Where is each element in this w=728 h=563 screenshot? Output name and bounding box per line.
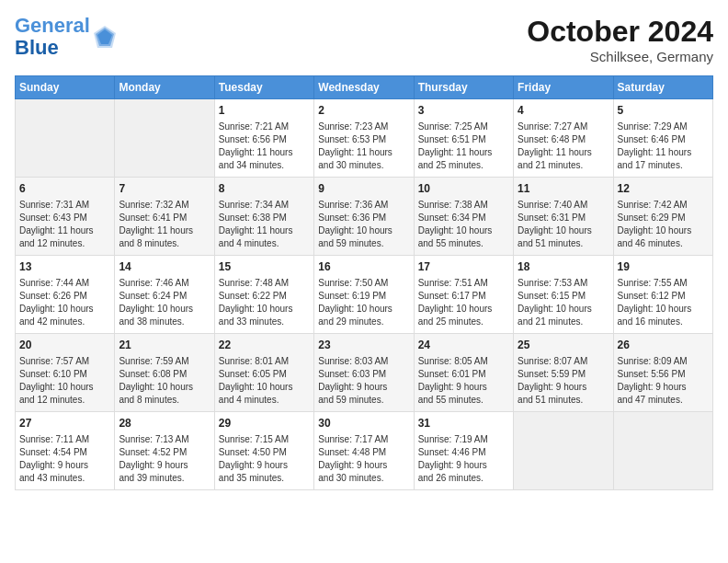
day-info: Sunrise: 8:07 AM Sunset: 5:59 PM Dayligh… — [518, 355, 609, 407]
day-info: Sunrise: 8:01 AM Sunset: 6:05 PM Dayligh… — [219, 355, 310, 407]
calendar-cell: 3Sunrise: 7:25 AM Sunset: 6:51 PM Daylig… — [414, 99, 513, 178]
weekday-header-friday: Friday — [514, 76, 613, 99]
day-info: Sunrise: 7:21 AM Sunset: 6:56 PM Dayligh… — [219, 121, 310, 172]
day-info: Sunrise: 7:15 AM Sunset: 4:50 PM Dayligh… — [219, 433, 310, 485]
day-info: Sunrise: 7:44 AM Sunset: 6:26 PM Dayligh… — [19, 277, 110, 328]
day-number: 1 — [219, 103, 310, 119]
calendar-cell: 21Sunrise: 7:59 AM Sunset: 6:08 PM Dayli… — [115, 334, 214, 412]
weekday-header-tuesday: Tuesday — [214, 76, 313, 99]
day-info: Sunrise: 8:09 AM Sunset: 5:56 PM Dayligh… — [618, 355, 709, 407]
day-info: Sunrise: 7:46 AM Sunset: 6:24 PM Dayligh… — [119, 277, 210, 328]
day-info: Sunrise: 7:34 AM Sunset: 6:38 PM Dayligh… — [219, 199, 310, 250]
calendar-cell: 1Sunrise: 7:21 AM Sunset: 6:56 PM Daylig… — [214, 99, 313, 178]
day-number: 13 — [19, 259, 110, 275]
day-info: Sunrise: 7:55 AM Sunset: 6:12 PM Dayligh… — [618, 277, 709, 328]
day-number: 18 — [518, 259, 609, 275]
day-number: 5 — [618, 103, 709, 119]
weekday-header-monday: Monday — [115, 76, 214, 99]
calendar-week-row: 13Sunrise: 7:44 AM Sunset: 6:26 PM Dayli… — [16, 256, 713, 334]
location-subtitle: Schilksee, Germany — [527, 49, 713, 64]
day-info: Sunrise: 7:50 AM Sunset: 6:19 PM Dayligh… — [318, 277, 409, 328]
calendar-cell — [115, 99, 214, 178]
calendar-cell: 11Sunrise: 7:40 AM Sunset: 6:31 PM Dayli… — [514, 178, 613, 256]
day-number: 12 — [618, 181, 709, 197]
calendar-cell: 6Sunrise: 7:31 AM Sunset: 6:43 PM Daylig… — [16, 178, 115, 256]
calendar-cell: 25Sunrise: 8:07 AM Sunset: 5:59 PM Dayli… — [514, 334, 613, 412]
calendar-cell: 27Sunrise: 7:11 AM Sunset: 4:54 PM Dayli… — [16, 412, 115, 490]
calendar-week-row: 27Sunrise: 7:11 AM Sunset: 4:54 PM Dayli… — [16, 412, 713, 490]
day-info: Sunrise: 7:25 AM Sunset: 6:51 PM Dayligh… — [418, 121, 509, 172]
day-number: 23 — [318, 338, 409, 353]
day-number: 4 — [518, 103, 609, 119]
day-info: Sunrise: 7:27 AM Sunset: 6:48 PM Dayligh… — [518, 121, 609, 172]
title-block: October 2024 Schilksee, Germany — [527, 15, 713, 64]
day-number: 22 — [219, 338, 310, 353]
day-info: Sunrise: 7:51 AM Sunset: 6:17 PM Dayligh… — [418, 277, 509, 328]
day-number: 10 — [418, 181, 509, 197]
calendar-cell: 12Sunrise: 7:42 AM Sunset: 6:29 PM Dayli… — [613, 178, 712, 256]
day-info: Sunrise: 7:29 AM Sunset: 6:46 PM Dayligh… — [618, 121, 709, 172]
weekday-header-row: SundayMondayTuesdayWednesdayThursdayFrid… — [16, 76, 713, 99]
day-info: Sunrise: 7:38 AM Sunset: 6:34 PM Dayligh… — [418, 199, 509, 250]
day-number: 11 — [518, 181, 609, 197]
day-number: 2 — [318, 103, 409, 119]
day-number: 19 — [618, 259, 709, 275]
calendar-cell: 24Sunrise: 8:05 AM Sunset: 6:01 PM Dayli… — [414, 334, 513, 412]
day-info: Sunrise: 7:36 AM Sunset: 6:36 PM Dayligh… — [318, 199, 409, 250]
calendar-cell: 28Sunrise: 7:13 AM Sunset: 4:52 PM Dayli… — [115, 412, 214, 490]
logo-icon — [92, 24, 118, 50]
day-info: Sunrise: 7:17 AM Sunset: 4:48 PM Dayligh… — [318, 433, 409, 485]
day-info: Sunrise: 7:19 AM Sunset: 4:46 PM Dayligh… — [418, 433, 509, 485]
day-info: Sunrise: 7:32 AM Sunset: 6:41 PM Dayligh… — [119, 199, 210, 250]
calendar-cell: 30Sunrise: 7:17 AM Sunset: 4:48 PM Dayli… — [314, 412, 414, 490]
calendar-week-row: 6Sunrise: 7:31 AM Sunset: 6:43 PM Daylig… — [16, 178, 713, 256]
calendar-cell: 4Sunrise: 7:27 AM Sunset: 6:48 PM Daylig… — [514, 99, 613, 178]
day-number: 16 — [318, 259, 409, 275]
day-number: 3 — [418, 103, 509, 119]
day-number: 8 — [219, 181, 310, 197]
day-info: Sunrise: 7:53 AM Sunset: 6:15 PM Dayligh… — [518, 277, 609, 328]
calendar-cell: 8Sunrise: 7:34 AM Sunset: 6:38 PM Daylig… — [214, 178, 313, 256]
day-info: Sunrise: 7:40 AM Sunset: 6:31 PM Dayligh… — [518, 199, 609, 250]
calendar-cell — [16, 99, 115, 178]
day-number: 26 — [618, 338, 709, 353]
day-number: 31 — [418, 416, 509, 431]
calendar-cell: 13Sunrise: 7:44 AM Sunset: 6:26 PM Dayli… — [16, 256, 115, 334]
day-number: 6 — [19, 181, 110, 197]
day-info: Sunrise: 8:05 AM Sunset: 6:01 PM Dayligh… — [418, 355, 509, 407]
calendar-cell: 29Sunrise: 7:15 AM Sunset: 4:50 PM Dayli… — [214, 412, 313, 490]
month-title: October 2024 — [527, 15, 713, 49]
day-info: Sunrise: 8:03 AM Sunset: 6:03 PM Dayligh… — [318, 355, 409, 407]
weekday-header-saturday: Saturday — [613, 76, 712, 99]
calendar-cell — [613, 412, 712, 490]
calendar-cell — [514, 412, 613, 490]
calendar-week-row: 1Sunrise: 7:21 AM Sunset: 6:56 PM Daylig… — [16, 99, 713, 178]
calendar-cell: 9Sunrise: 7:36 AM Sunset: 6:36 PM Daylig… — [314, 178, 414, 256]
day-info: Sunrise: 7:13 AM Sunset: 4:52 PM Dayligh… — [119, 433, 210, 485]
weekday-header-sunday: Sunday — [16, 76, 115, 99]
day-number: 20 — [19, 338, 110, 353]
weekday-header-thursday: Thursday — [414, 76, 513, 99]
calendar-table: SundayMondayTuesdayWednesdayThursdayFrid… — [15, 75, 713, 490]
logo-text: General Blue — [15, 15, 90, 59]
calendar-cell: 10Sunrise: 7:38 AM Sunset: 6:34 PM Dayli… — [414, 178, 513, 256]
day-number: 7 — [119, 181, 210, 197]
calendar-cell: 18Sunrise: 7:53 AM Sunset: 6:15 PM Dayli… — [514, 256, 613, 334]
calendar-cell: 20Sunrise: 7:57 AM Sunset: 6:10 PM Dayli… — [16, 334, 115, 412]
day-number: 29 — [219, 416, 310, 431]
calendar-cell: 23Sunrise: 8:03 AM Sunset: 6:03 PM Dayli… — [314, 334, 414, 412]
calendar-week-row: 20Sunrise: 7:57 AM Sunset: 6:10 PM Dayli… — [16, 334, 713, 412]
day-info: Sunrise: 7:57 AM Sunset: 6:10 PM Dayligh… — [19, 355, 110, 407]
day-number: 27 — [19, 416, 110, 431]
day-number: 28 — [119, 416, 210, 431]
day-number: 30 — [318, 416, 409, 431]
calendar-cell: 7Sunrise: 7:32 AM Sunset: 6:41 PM Daylig… — [115, 178, 214, 256]
calendar-cell: 31Sunrise: 7:19 AM Sunset: 4:46 PM Dayli… — [414, 412, 513, 490]
day-number: 9 — [318, 181, 409, 197]
day-number: 24 — [418, 338, 509, 353]
calendar-cell: 17Sunrise: 7:51 AM Sunset: 6:17 PM Dayli… — [414, 256, 513, 334]
day-number: 14 — [119, 259, 210, 275]
calendar-cell: 19Sunrise: 7:55 AM Sunset: 6:12 PM Dayli… — [613, 256, 712, 334]
day-number: 25 — [518, 338, 609, 353]
page-header: General Blue October 2024 Schilksee, Ger… — [15, 15, 713, 64]
